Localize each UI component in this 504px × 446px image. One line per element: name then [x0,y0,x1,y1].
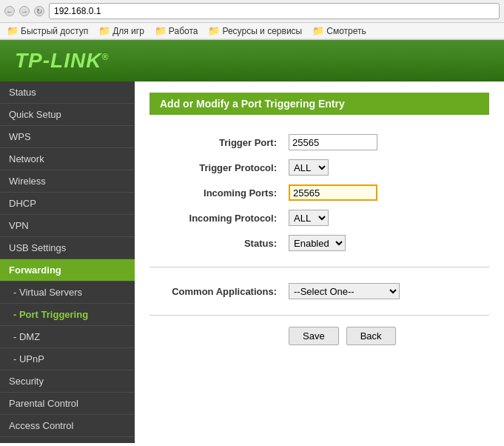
incoming-protocol-row: Incoming Protocol: ALL TCP UDP [149,205,489,230]
trigger-port-label: Trigger Port: [149,130,283,155]
back-button[interactable]: Back [346,327,396,345]
forward-button[interactable]: → [19,6,30,16]
bookmark-5[interactable]: 📁 Смотреть [310,24,369,37]
folder-icon: 📁 [7,25,19,36]
address-bar[interactable] [49,3,500,19]
browser-chrome: ← → ↻ 📁 Быстрый доступ 📁 Для игр 📁 Работ… [0,0,504,40]
bookmarks-bar: 📁 Быстрый доступ 📁 Для игр 📁 Работа 📁 Ре… [0,23,504,39]
folder-icon: 📁 [155,25,167,36]
sidebar-item-wps[interactable]: WPS [0,126,135,148]
bookmark-2[interactable]: 📁 Для игр [96,24,147,37]
save-button[interactable]: Save [289,327,339,345]
incoming-protocol-label: Incoming Protocol: [149,205,283,230]
logo-trademark: ® [101,52,109,62]
folder-icon: 📁 [312,25,324,36]
tp-logo: TP-LINK® [15,49,109,73]
refresh-button[interactable]: ↻ [34,6,44,16]
trigger-protocol-select[interactable]: ALL TCP UDP [289,159,329,176]
form-table: Trigger Port: Trigger Protocol: ALL TCP … [149,130,489,256]
bookmark-3[interactable]: 📁 Работа [152,24,201,37]
trigger-port-input[interactable] [289,134,377,150]
trigger-protocol-label: Trigger Protocol: [149,155,283,180]
sidebar-item-wireless[interactable]: Wireless [0,170,135,193]
sidebar-item-port-triggering[interactable]: - Port Triggering [0,304,135,326]
browser-toolbar: ← → ↻ [0,0,504,23]
section-title: Add or Modify a Port Triggering Entry [149,93,489,115]
incoming-protocol-select[interactable]: ALL TCP UDP [289,210,329,226]
trigger-protocol-row: Trigger Protocol: ALL TCP UDP [149,155,489,180]
sidebar-item-vpn[interactable]: VPN [0,215,135,237]
folder-icon: 📁 [98,25,110,36]
tp-header: TP-LINK® [0,40,504,81]
page-wrapper: TP-LINK® Status Quick Setup WPS Network … [0,40,504,443]
sidebar-item-advanced-routing[interactable]: Advanced Routing [0,437,135,443]
main-area: Status Quick Setup WPS Network Wireless … [0,81,504,443]
divider-2 [149,315,489,316]
common-apps-row: Common Applications: --Select One-- [149,279,489,304]
incoming-ports-row: Incoming Ports: [149,180,489,205]
sidebar: Status Quick Setup WPS Network Wireless … [0,81,135,443]
content-inner: Add or Modify a Port Triggering Entry Tr… [135,81,504,356]
bookmark-1[interactable]: 📁 Быстрый доступ [4,24,90,37]
sidebar-item-security[interactable]: Security [0,370,135,393]
trigger-port-row: Trigger Port: [149,130,489,155]
incoming-ports-input[interactable] [289,184,377,201]
content-area: Add or Modify a Port Triggering Entry Tr… [135,81,504,443]
incoming-ports-label: Incoming Ports: [149,180,283,205]
sidebar-item-upnp[interactable]: - UPnP [0,348,135,370]
folder-icon: 📁 [208,25,220,36]
bookmark-4[interactable]: 📁 Ресурсы и сервисы [206,24,304,37]
sidebar-item-network[interactable]: Network [0,148,135,170]
back-button[interactable]: ← [4,6,15,16]
sidebar-item-forwarding[interactable]: Forwarding [0,259,135,282]
sidebar-item-virtual-servers[interactable]: - Virtual Servers [0,282,135,304]
sidebar-item-access-control[interactable]: Access Control [0,415,135,437]
sidebar-item-usb-settings[interactable]: USB Settings [0,237,135,259]
status-row: Status: Enabled Disabled [149,230,489,256]
sidebar-item-dhcp[interactable]: DHCP [0,193,135,215]
status-label: Status: [149,230,283,256]
button-row: Save Back [149,327,489,345]
sidebar-item-quick-setup[interactable]: Quick Setup [0,104,135,126]
status-select[interactable]: Enabled Disabled [289,235,346,251]
common-apps-table: Common Applications: --Select One-- [149,279,489,304]
sidebar-item-status[interactable]: Status [0,81,135,104]
sidebar-item-parental-control[interactable]: Parental Control [0,393,135,415]
common-apps-select[interactable]: --Select One-- [289,283,400,299]
sidebar-item-dmz[interactable]: - DMZ [0,326,135,348]
common-apps-label: Common Applications: [149,279,283,304]
divider [149,267,489,267]
